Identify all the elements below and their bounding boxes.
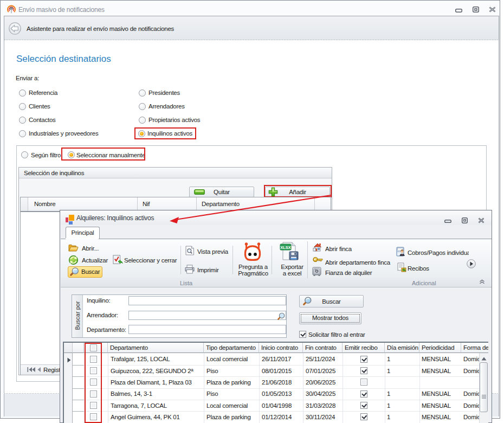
svg-text:XLSX: XLSX bbox=[280, 245, 291, 250]
